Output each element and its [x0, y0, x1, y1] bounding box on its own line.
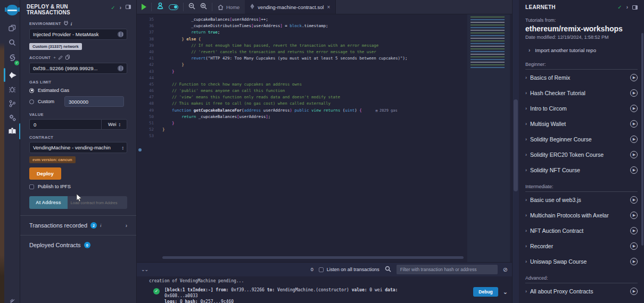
zoom-in-icon[interactable] — [200, 2, 207, 12]
environment-settings-icon[interactable] — [118, 31, 123, 37]
code-line[interactable]: 42 } — [137, 62, 512, 68]
settings-icon[interactable] — [4, 111, 20, 124]
learneth-expand-icon[interactable]: › — [626, 4, 628, 10]
tutorial-item[interactable]: ›Multichain Protocols with Axelar▶ — [525, 207, 638, 223]
account-select[interactable]: 0xf39...92266 (9999.99929... — [29, 63, 127, 74]
play-icon[interactable]: ▶ — [630, 288, 638, 295]
value-input[interactable] — [29, 119, 101, 130]
play-icon[interactable]: ▶ — [630, 120, 638, 128]
play-icon[interactable]: ▶ — [630, 227, 638, 234]
tutorial-item[interactable]: ›Basic use of web3.js▶ — [525, 192, 638, 207]
unit-stepper-icon[interactable]: ▴▾ — [119, 122, 120, 127]
tutorial-item[interactable]: ›NFT Auction Contract▶ — [525, 223, 638, 238]
code-editor[interactable]: 35 _cupcakeBalances[userAddress]++;36 _c… — [137, 14, 512, 262]
chevron-right-icon[interactable]: › — [126, 223, 127, 229]
tutorial-item[interactable]: ›Basics of Remix▶ — [525, 70, 638, 85]
environment-info-icon[interactable]: i — [71, 21, 72, 27]
account-settings-icon[interactable] — [118, 65, 123, 71]
git-icon[interactable] — [4, 97, 20, 111]
edit-account-icon[interactable] — [59, 55, 63, 61]
code-line[interactable]: 45 // Function to check how many cupcake… — [137, 81, 512, 88]
horizontal-scrollbar[interactable] — [162, 256, 464, 259]
tutorial-item[interactable]: ›Uniswap Swap Course▶ — [525, 254, 638, 269]
transaction-log-row[interactable]: ✓ [block:1 txIndex:-] from: 0xf39...9226… — [137, 283, 512, 303]
debug-button[interactable]: Debug — [473, 287, 498, 297]
panel-expand-icon[interactable]: › — [120, 5, 121, 11]
transactions-info-icon[interactable]: i — [100, 223, 102, 228]
play-icon[interactable]: ▶ — [630, 258, 638, 265]
code-line[interactable]: 47 // 'view' means this function only re… — [137, 94, 512, 100]
vertical-scrollbar[interactable] — [514, 99, 518, 191]
import-repo-accordion[interactable]: › Import another tutorial repo — [519, 40, 644, 55]
learneth-icon[interactable] — [4, 123, 20, 139]
learneth-pin-icon[interactable] — [632, 5, 638, 10]
custom-gas-input[interactable] — [64, 96, 124, 107]
close-tab-icon[interactable]: × — [327, 4, 330, 10]
play-icon[interactable]: ▶ — [630, 166, 638, 174]
deploy-and-run-icon[interactable] — [4, 68, 20, 82]
listen-checkbox-icon[interactable] — [319, 267, 324, 272]
code-line[interactable]: 46 // 'public' means anyone can call thi… — [137, 88, 512, 94]
zoom-out-icon[interactable] — [188, 2, 195, 12]
add-account-icon[interactable]: + — [53, 55, 56, 60]
code-line[interactable]: 48 // This makes it free to call (no gas… — [137, 100, 512, 107]
code-line[interactable]: 50 return _cupcakeBalances[userAddress]; — [137, 114, 512, 120]
listen-all-option[interactable]: Listen on all transactions — [319, 267, 379, 272]
expand-tx-icon[interactable]: ⌄ — [503, 289, 508, 296]
bottom-plugin-icon[interactable] — [4, 293, 20, 303]
editor-minimap[interactable] — [467, 14, 510, 262]
play-icon[interactable]: ▶ — [630, 151, 638, 158]
code-line[interactable]: 44 — [137, 75, 512, 81]
learneth-scrollbar[interactable] — [641, 33, 643, 246]
code-line[interactable]: 35 _cupcakeBalances[userAddress]++; — [137, 16, 512, 23]
transactions-recorded-row[interactable]: Transactions recorded 2 i › — [20, 215, 136, 235]
tutorial-item[interactable]: ›Intro to Circom▶ — [525, 100, 638, 116]
publish-ipfs-option[interactable]: Publish to IPFS — [29, 184, 127, 189]
play-icon[interactable]: ▶ — [630, 196, 638, 204]
search-icon[interactable] — [4, 36, 20, 49]
tutorial-item[interactable]: ›Recorder▶ — [525, 238, 638, 254]
play-icon[interactable]: ▶ — [630, 242, 638, 250]
ai-assistant-icon[interactable] — [156, 2, 164, 12]
code-line[interactable]: 36 _cupcakeDistributionTimes[userAddress… — [137, 23, 512, 29]
environment-select[interactable]: Injected Provider - MetaMask — [29, 29, 127, 40]
contract-select[interactable]: VendingMachine - vending-machin ▴▾ — [29, 142, 127, 153]
copy-account-icon[interactable] — [65, 55, 70, 61]
code-line[interactable]: 52} — [137, 127, 512, 133]
at-address-button[interactable]: At Address — [29, 196, 68, 209]
debugger-icon[interactable] — [4, 82, 20, 96]
code-line[interactable]: 40 // 'revert' cancels the transaction a… — [137, 49, 512, 55]
code-line[interactable]: 37 return true; — [137, 29, 512, 36]
code-line[interactable]: 38 } else { — [137, 36, 512, 43]
code-line[interactable]: 53 — [137, 133, 512, 139]
breakpoint-dot[interactable] — [138, 148, 142, 152]
solidity-compiler-icon[interactable]: ✓ — [4, 50, 20, 64]
copilot-toggle-icon[interactable] — [169, 4, 178, 10]
play-icon[interactable]: ▶ — [630, 74, 638, 81]
tab-file-active[interactable]: vending-machine-contract.sol × — [245, 0, 336, 14]
panel-divider[interactable] — [512, 0, 519, 303]
tutorial-item[interactable]: ›Solidity ERC20 Token Course▶ — [525, 147, 638, 162]
code-line[interactable]: 39 // If not enough time has passed, rev… — [137, 43, 512, 49]
value-unit-select[interactable]: Wei ▴▾ — [101, 119, 127, 130]
transaction-filter-input[interactable] — [397, 265, 498, 274]
play-icon[interactable]: ▶ — [630, 89, 638, 97]
custom-gas-option[interactable]: Custom — [29, 96, 127, 107]
play-icon[interactable]: ▶ — [630, 105, 638, 112]
radio-selected-icon[interactable] — [29, 88, 34, 93]
code-line[interactable]: 51 } — [137, 120, 512, 127]
remix-logo-icon[interactable] — [4, 2, 20, 18]
deployed-contracts-row[interactable]: Deployed Contracts 0 — [20, 235, 136, 255]
code-line[interactable]: 43 } — [137, 69, 512, 75]
tutorial-item[interactable]: ›Multisig Wallet▶ — [525, 116, 638, 131]
play-icon[interactable]: ▶ — [630, 136, 638, 143]
checkbox-icon[interactable] — [29, 184, 34, 189]
code-line[interactable]: 49 function getCupcakeBalanceFor(address… — [137, 107, 512, 114]
play-icon[interactable]: ▶ — [630, 212, 638, 219]
code-line[interactable]: 41 revert("HTTP 429: Too Many Cupcakes (… — [137, 55, 512, 62]
pin-panel-icon[interactable] — [126, 5, 131, 9]
radio-unselected-icon[interactable] — [29, 99, 34, 104]
file-explorer-icon[interactable] — [4, 21, 20, 35]
tab-home[interactable]: Home — [212, 0, 245, 14]
tutorial-item[interactable]: ›All about Proxy Contracts▶ — [525, 283, 638, 299]
